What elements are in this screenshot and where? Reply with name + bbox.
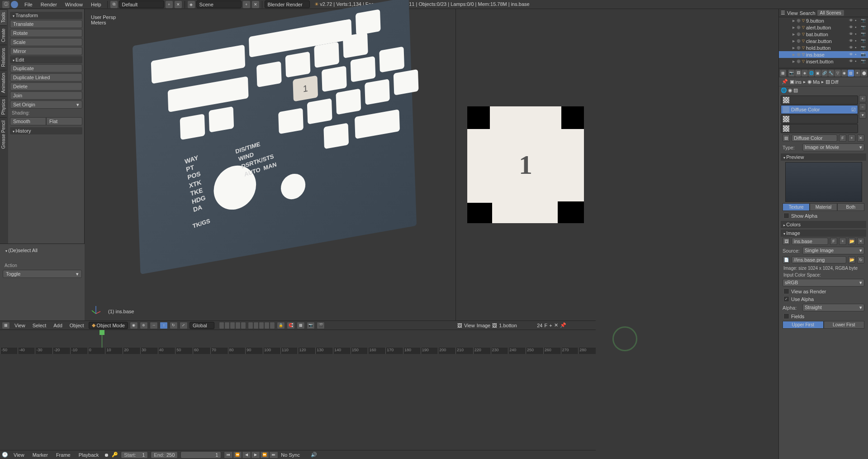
texture-new-icon[interactable]: +	[848, 134, 855, 142]
prop-tab-constraints-icon[interactable]: 🔗	[821, 70, 828, 76]
filepath-reload-icon[interactable]: ↻	[857, 256, 864, 263]
keyframe-prev-icon[interactable]: ⏪	[233, 451, 242, 459]
scene-dropdown[interactable]: Scene	[196, 0, 242, 8]
jump-end-icon[interactable]: ⏭	[269, 451, 278, 459]
editor-type-timeline-icon[interactable]: 🕐	[2, 452, 8, 458]
lock-camera-icon[interactable]: 🔒	[277, 322, 285, 329]
3dview-menu-select[interactable]: Select	[30, 322, 49, 329]
sync-mode-dropdown[interactable]: No Sync	[281, 452, 308, 458]
breadcrumb-object[interactable]: ▣ ins	[790, 79, 802, 85]
prop-tab-world-icon[interactable]: 🌐	[808, 70, 815, 76]
outliner-item-alert.button[interactable]: ▸ ⊕ ▽ alert.button👁▪📷	[779, 24, 868, 31]
screen-layout-dropdown[interactable]: Default	[119, 0, 164, 8]
delete-button[interactable]: Delete	[10, 82, 82, 91]
texture-slot-empty-0[interactable]	[781, 96, 858, 105]
vtab-grease-pencil[interactable]: Grease Pencil	[0, 117, 7, 152]
timeline-menu-marker[interactable]: Marker	[30, 451, 51, 459]
texture-browse-icon[interactable]: ▨	[783, 134, 790, 142]
texture-context-world-icon[interactable]: 🌐	[781, 87, 787, 93]
menu-help[interactable]: Help	[87, 1, 105, 8]
timeline-editor[interactable]: -50-40-30-20-100102030405060708090100110…	[0, 330, 596, 362]
prop-tab-texture-icon[interactable]: ▨	[848, 70, 854, 76]
outliner-item-bat.button[interactable]: ▸ ⊕ ▽ bat.button👁▪📷	[779, 31, 868, 38]
frame-current-field[interactable]: 1	[180, 451, 221, 459]
manipulator-toggle-icon[interactable]: ↔	[150, 322, 158, 329]
prop-tab-data-icon[interactable]: ▽	[835, 70, 841, 76]
image-new-icon[interactable]: +	[549, 323, 552, 328]
editor-type-icon[interactable]: ⓘ	[2, 1, 9, 8]
pivot-point-icon[interactable]: ⊕	[140, 322, 148, 329]
snap-element-icon[interactable]: ▩	[297, 322, 305, 329]
duplicate-button[interactable]: Duplicate	[10, 64, 82, 72]
texture-slot-empty-1[interactable]	[781, 115, 858, 124]
texture-slot-empty-2[interactable]	[781, 124, 858, 133]
join-button[interactable]: Join	[10, 91, 82, 100]
image-new-icon[interactable]: +	[839, 238, 846, 245]
shade-flat-button[interactable]: Flat	[46, 117, 82, 125]
texture-slot-remove-icon[interactable]: −	[859, 103, 866, 110]
breadcrumb-material[interactable]: ◉ Ma	[807, 79, 820, 85]
edit-panel-header[interactable]: Edit	[10, 56, 82, 63]
operator-action-dropdown[interactable]: Toggle▾	[3, 270, 82, 278]
jump-start-icon[interactable]: ⏮	[224, 451, 233, 459]
scale-manipulator-icon[interactable]: ⤢	[180, 322, 188, 329]
image-open-icon[interactable]: 📂	[848, 238, 855, 245]
snap-icon[interactable]: 🧲	[287, 322, 295, 329]
texture-name-field[interactable]: Diffuse Color	[792, 134, 837, 142]
image-unlink-icon[interactable]: ✕	[857, 238, 864, 245]
preview-tab-texture[interactable]: Texture	[783, 203, 810, 211]
image-fake-user-button[interactable]: F	[830, 238, 837, 245]
image-users[interactable]: 24	[537, 323, 542, 328]
outliner-item-insert.button[interactable]: ▸ ⊕ ▽ insert.button👁▪📷	[779, 58, 868, 65]
image-browse-icon[interactable]: 🖼	[492, 323, 497, 328]
editor-type-uv-icon[interactable]: 🖼	[457, 323, 462, 328]
show-alpha-checkbox[interactable]	[783, 213, 789, 219]
pin-icon[interactable]: 📌	[782, 79, 788, 85]
alpha-mode-dropdown[interactable]: Straight▾	[802, 304, 864, 311]
source-dropdown[interactable]: Single Image▾	[802, 247, 864, 254]
set-origin-button[interactable]: Set Origin ▾	[10, 100, 82, 109]
breadcrumb-texture[interactable]: ▨ Diff	[825, 79, 838, 85]
audio-scrub-icon[interactable]: 🔊	[311, 452, 317, 458]
3dview-menu-view[interactable]: View	[12, 322, 28, 329]
layer-buttons[interactable]	[219, 322, 275, 329]
texture-context-material-icon[interactable]: ◉	[788, 87, 792, 93]
mode-dropdown[interactable]: ◆Object Mode	[89, 322, 128, 329]
timeline-menu-frame[interactable]: Frame	[53, 451, 73, 459]
uv-menu-view[interactable]: View	[464, 323, 475, 328]
outliner-menu-view[interactable]: View	[787, 10, 798, 16]
use-fields-checkbox[interactable]	[783, 313, 789, 319]
outliner-item-9.button[interactable]: ▸ ⊕ ▽ 9.button👁▪📷	[779, 17, 868, 24]
3dview-menu-object[interactable]: Object	[67, 322, 87, 329]
timeline-menu-playback[interactable]: Playback	[76, 451, 102, 459]
keying-set-icon[interactable]: 🔑	[112, 452, 118, 458]
scale-button[interactable]: Scale	[10, 38, 82, 46]
menu-window[interactable]: Window	[62, 1, 86, 8]
prop-tab-render-layers-icon[interactable]: 🖼	[795, 70, 802, 76]
uv-image-editor[interactable]: 1	[455, 9, 596, 320]
keyframe-next-icon[interactable]: ⏩	[260, 451, 269, 459]
translate-manipulator-icon[interactable]: ↕	[160, 322, 168, 329]
editor-type-outliner-icon[interactable]: ☰	[781, 10, 785, 16]
menu-render[interactable]: Render	[37, 1, 61, 8]
filepath-browse-icon[interactable]: 📂	[848, 256, 855, 263]
texture-context-other-icon[interactable]: ▨	[793, 87, 798, 93]
outliner-menu-search[interactable]: Search	[800, 10, 816, 16]
operator-title[interactable]: (De)select All	[3, 247, 82, 254]
image-name-field[interactable]: ins.base	[792, 238, 828, 245]
outliner-item-ins.base[interactable]: ▸ ⊕ ▽ ins.base👁▪📷	[779, 51, 868, 58]
duplicate-linked-button[interactable]: Duplicate Linked	[10, 73, 82, 81]
preview-tab-both[interactable]: Both	[837, 203, 864, 211]
texture-slot-menu-icon[interactable]: ▾	[859, 111, 866, 119]
viewport-shading-icon[interactable]: ◉	[130, 322, 138, 329]
vtab-animation[interactable]: Animation	[0, 70, 7, 96]
mirror-button[interactable]: Mirror	[10, 47, 82, 55]
filepath-relative-icon[interactable]: 📄	[783, 256, 790, 263]
field-order-upper[interactable]: Upper First	[783, 321, 824, 329]
delete-layout-icon[interactable]: ✕	[175, 1, 182, 8]
texture-type-dropdown[interactable]: Image or Movie▾	[802, 143, 864, 151]
rotate-manipulator-icon[interactable]: ↻	[170, 322, 178, 329]
timeline-ruler[interactable]: -50-40-30-20-100102030405060708090100110…	[0, 348, 596, 354]
image-unlink-icon[interactable]: ✕	[554, 322, 558, 328]
vtab-physics[interactable]: Physics	[0, 96, 7, 117]
